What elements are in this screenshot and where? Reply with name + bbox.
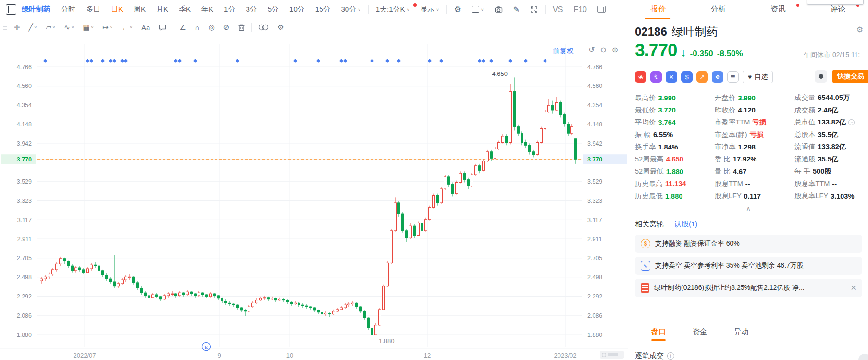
draw-button[interactable]: ✎	[508, 5, 525, 14]
bottom-tab-2[interactable]: 异动	[734, 323, 748, 341]
svg-text:2.498: 2.498	[17, 274, 32, 281]
tick-trade-row[interactable]: 逐笔成交 i	[635, 351, 674, 360]
panel-toggle-icon[interactable]	[6, 4, 16, 15]
chevron-down-icon: ∨	[481, 8, 484, 12]
period-tab-1[interactable]: 多日	[81, 5, 106, 14]
current-price: 3.770	[635, 40, 677, 61]
period-30min-dropdown[interactable]: 30分∨	[335, 5, 366, 14]
period-tab-4[interactable]: 月K	[151, 5, 174, 14]
svg-text:10: 10	[286, 352, 293, 359]
svg-text:9: 9	[217, 352, 221, 359]
chart-settings-button[interactable]: ⚙	[449, 4, 467, 14]
chevron-down-icon: ∨	[129, 25, 133, 29]
text-tool[interactable]: Aa	[137, 24, 154, 32]
stat-量 比: 量 比4.67	[715, 167, 794, 176]
market-cap-info-icon[interactable]	[848, 119, 855, 125]
compare-vs-button[interactable]: VS	[547, 5, 568, 14]
stat-平均价: 平均价3.764	[635, 118, 715, 127]
period-tab-11[interactable]: 15分	[310, 5, 336, 14]
svg-text:3.942: 3.942	[17, 140, 32, 147]
svg-text:4.354: 4.354	[587, 102, 602, 109]
zoom-in-icon[interactable]: ⊕	[612, 45, 618, 54]
shapes-tool[interactable]: ▱∨	[41, 23, 60, 32]
wave-tool[interactable]: ∿∨	[60, 23, 78, 32]
period-tabs: 分时多日日K周K月K季K年K1分3分5分10分15分	[56, 5, 335, 14]
drag-handle[interactable]	[3, 25, 7, 30]
svg-text:4.766: 4.766	[17, 64, 32, 71]
stock-badge-1[interactable]: ↯	[650, 71, 662, 83]
reset-zoom-icon[interactable]: ↺	[588, 45, 595, 54]
heart-icon: ♥	[748, 73, 752, 81]
warrants-link[interactable]: 认股(1)	[674, 220, 697, 229]
symbol-name[interactable]: 绿叶制药	[16, 5, 56, 14]
notice-card-0[interactable]: $支持融资 融资保证金率 60%	[635, 235, 862, 253]
f10-button[interactable]: F10	[568, 5, 592, 14]
period-tab-8[interactable]: 3分	[240, 5, 262, 14]
stat-最高价: 最高价3.990	[635, 93, 715, 102]
stock-badge-5[interactable]: ❖	[712, 71, 723, 83]
period-tab-0[interactable]: 分时	[56, 5, 81, 14]
bottom-tab-0[interactable]: 盘口	[651, 323, 666, 341]
display-dropdown[interactable]: 显示∨	[415, 5, 445, 14]
period-tab-6[interactable]: 年K	[196, 5, 219, 14]
expand-icon	[530, 6, 538, 13]
stat-股息率TTM: 股息率TTM--	[794, 179, 867, 188]
svg-text:2023/02: 2023/02	[554, 352, 577, 359]
add-watchlist-button[interactable]: ♥ 自选	[743, 71, 773, 83]
settings-tool[interactable]: ⚙	[273, 23, 288, 32]
stat-最低价: 最低价3.720	[635, 106, 715, 115]
period-tab-7[interactable]: 1分	[219, 5, 240, 14]
stats-row: 换手率1.84%市净率1.298流通值133.82亿	[635, 141, 867, 153]
stock-badge-4[interactable]: ↗	[696, 71, 708, 83]
panel-settings-icon[interactable]: ⚙	[856, 25, 863, 34]
quote-tab-0[interactable]: 报价	[628, 0, 688, 19]
info-icon[interactable]: i	[667, 352, 674, 360]
close-icon[interactable]: ✕	[850, 284, 856, 292]
candlestick-chart[interactable]: 4.7664.7664.5604.5604.3544.3544.1484.148…	[0, 0, 628, 360]
screenshot-button[interactable]	[489, 6, 508, 13]
extend-tool[interactable]: ↦∨	[98, 23, 117, 32]
notice-card-2[interactable]: 绿叶制药(02186)拟折让约8.25%配售2.12亿股 净...✕	[635, 279, 862, 297]
period-tab-5[interactable]: 季K	[174, 5, 196, 14]
adjust-mode-link[interactable]: 前复权	[553, 47, 574, 56]
arrow-left-tool[interactable]: ←∨	[117, 24, 137, 32]
angle-tool[interactable]: ∠	[175, 23, 190, 32]
stock-badge-6[interactable]: ≣	[727, 71, 739, 83]
comment-tool[interactable]	[154, 24, 171, 31]
compare-tool[interactable]	[254, 24, 273, 31]
hide-tool[interactable]: ⊘	[219, 23, 234, 32]
layout-dropdown[interactable]: ∨	[467, 6, 489, 13]
magnet-tool[interactable]: ∩	[190, 24, 204, 32]
period-tab-9[interactable]: 5分	[262, 5, 284, 14]
period-tab-10[interactable]: 10分	[284, 5, 310, 14]
quote-tab-1[interactable]: 分析	[688, 0, 748, 19]
fullscreen-button[interactable]	[525, 6, 543, 13]
gann-tool[interactable]: ▦∨	[79, 23, 99, 32]
move-tool[interactable]: ✛	[10, 23, 25, 32]
link-tool[interactable]: ◎	[204, 23, 219, 32]
collapse-chevron[interactable]: ∧	[628, 205, 868, 211]
compound-period-dropdown[interactable]: 1天:1分K∨	[371, 5, 415, 14]
trend-line-tool[interactable]: ╱∨	[25, 23, 42, 32]
period-tab-3[interactable]: 周K	[128, 5, 151, 14]
svg-text:2.086: 2.086	[587, 312, 602, 319]
stock-badge-2[interactable]: ✕	[666, 71, 677, 83]
stock-badge-0[interactable]: ❀	[635, 71, 646, 83]
period-tab-2[interactable]: 日K	[106, 5, 128, 14]
stats-row: 52周最高4.650委 比17.92%流通股35.5亿	[635, 153, 867, 166]
notice-card-1[interactable]: ∿支持卖空 卖空参考利率 35% 卖空池剩余 46.7万股	[635, 257, 862, 275]
delete-tool[interactable]	[234, 24, 249, 31]
zoom-out-icon[interactable]: ⊖	[600, 45, 606, 54]
svg-text:E: E	[205, 344, 208, 350]
quote-tab-2[interactable]: 资讯	[748, 0, 808, 19]
price-change: -0.350	[690, 49, 713, 59]
svg-text:3.770: 3.770	[17, 156, 32, 163]
alert-bell-button[interactable]	[815, 70, 827, 83]
quick-trade-button[interactable]: 快捷交易	[832, 70, 868, 83]
stock-badge-3[interactable]: $	[681, 71, 693, 83]
bottom-tab-1[interactable]: 资金	[693, 323, 707, 341]
svg-text:3.117: 3.117	[587, 217, 602, 223]
sidebar-toggle-button[interactable]	[592, 6, 611, 13]
stat-股息TTM: 股息TTM--	[715, 179, 794, 188]
stock-name: 绿叶制药	[672, 24, 718, 39]
